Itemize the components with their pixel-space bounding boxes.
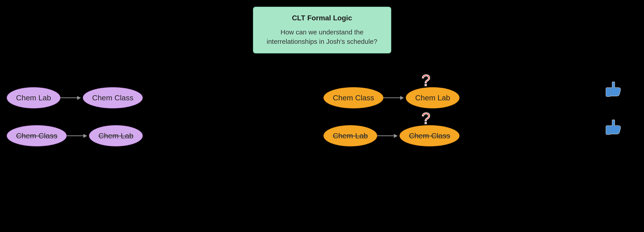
right-row2-arrow-line: [377, 136, 397, 136]
left-row1-node2: Chem Class: [83, 87, 143, 108]
question-mark-2: ?: [422, 109, 430, 127]
right-row2-arrow: [377, 136, 400, 136]
left-row2-node1: Chem Class: [7, 125, 67, 146]
left-row1-arrow-line: [60, 97, 80, 98]
right-row-2: Chem Lab Chem Class: [324, 125, 460, 146]
thumbs-down-icon-1: [604, 80, 622, 98]
subtitle: How can we understand theinterrelationsh…: [266, 28, 377, 46]
right-row1-node1: Chem Class: [324, 87, 384, 108]
left-row2-arrow: [67, 136, 89, 136]
svg-rect-1: [606, 88, 610, 96]
right-row2-node2: Chem Class: [400, 125, 460, 146]
right-row1-arrow-line: [384, 97, 404, 98]
question-mark-1: ?: [422, 71, 430, 89]
right-row1-arrow: [384, 97, 406, 98]
left-row1-arrow: [60, 97, 83, 98]
right-row-1: Chem Class Chem Lab: [324, 87, 460, 108]
left-row2-arrow-line: [67, 136, 87, 136]
left-row-1: Chem Lab Chem Class: [7, 87, 143, 108]
title-box: CLT Formal Logic How can we understand t…: [253, 7, 391, 53]
thumbs-down-2: [604, 119, 622, 140]
left-row2-node2: Chem Lab: [89, 125, 143, 146]
thumbs-down-1: [604, 80, 622, 102]
right-row1-node2: Chem Lab: [406, 87, 460, 108]
left-row-2: Chem Class Chem Lab: [7, 125, 143, 146]
thumbs-down-icon-2: [604, 119, 622, 136]
right-row2-node1: Chem Lab: [324, 125, 377, 146]
left-row1-node1: Chem Lab: [7, 87, 60, 108]
main-title: CLT Formal Logic: [266, 14, 377, 22]
svg-rect-3: [606, 126, 610, 134]
